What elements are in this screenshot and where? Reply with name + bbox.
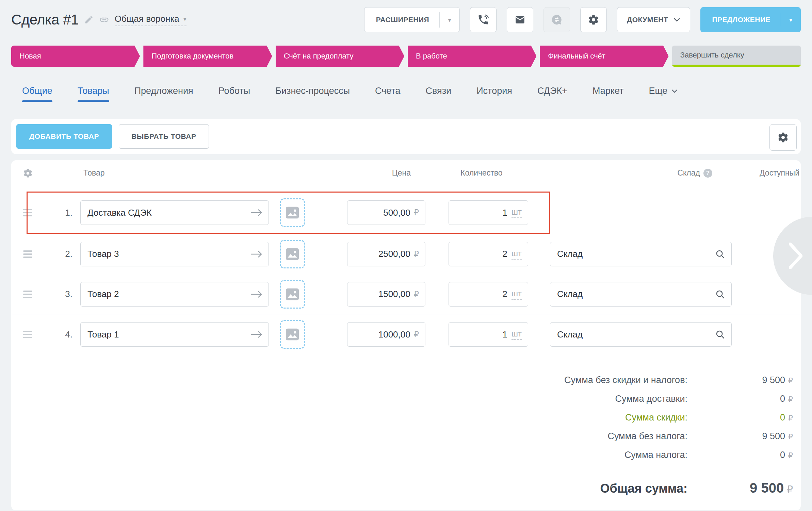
drag-handle-icon[interactable] [21,248,34,260]
settings-button[interactable] [580,7,607,32]
tab-history[interactable]: История [476,86,512,102]
table-settings-button[interactable] [769,124,797,151]
select-product-button[interactable]: ВЫБРАТЬ ТОВАР [119,124,209,149]
totals-section: Сумма без скидки и налогов: 9 500₽ Сумма… [11,371,801,496]
open-product-arrow-icon[interactable] [250,290,262,299]
product-image-placeholder[interactable] [280,320,305,349]
image-icon [285,288,299,301]
warehouse-input[interactable]: Склад [550,242,732,266]
email-button[interactable] [507,7,533,32]
funnel-selector[interactable]: Общая воронка ▾ [115,14,186,26]
tab-cdek[interactable]: СДЭК+ [537,86,567,102]
offer-dropdown-toggle[interactable]: ▾ [781,7,801,32]
search-icon[interactable] [715,249,725,259]
warehouse-value: Склад [557,329,583,340]
total-line: Сумма доставки: 0₽ [11,390,801,408]
price-input[interactable]: 1000,00 ₽ [347,322,425,347]
stage-new[interactable]: Новая [11,46,140,67]
price-input[interactable]: 2500,00 ₽ [347,242,425,266]
stage-close-deal[interactable]: Завершить сделку [672,46,801,67]
add-product-button[interactable]: ДОБАВИТЬ ТОВАР [16,124,112,149]
tab-label: СДЭК+ [537,86,567,96]
funnel-caret-icon: ▾ [183,15,186,22]
product-name-input[interactable]: Товар 2 [80,282,269,307]
deal-title-block: Сделка #1 Общая воронка ▾ [11,12,186,28]
unit-selector[interactable]: шт [511,249,522,260]
document-label: ДОКУМЕНТ [627,16,668,24]
products-table: Товар Цена Количество Склад ? Доступный … [11,160,801,510]
currency-symbol: ₽ [414,249,419,259]
search-icon[interactable] [715,329,725,340]
tab-label: Бизнес-процессы [275,86,350,96]
currency-symbol: ₽ [788,414,793,422]
tab-invoices[interactable]: Счета [375,86,400,102]
quantity-input[interactable]: 1 шт [449,322,528,347]
drag-handle-icon[interactable] [21,289,34,300]
row-number: 3. [44,289,73,299]
tab-general[interactable]: Общие [22,86,52,102]
tab-market[interactable]: Маркет [592,86,623,102]
price-input[interactable]: 1500,00 ₽ [347,282,425,307]
drag-handle-icon[interactable] [21,207,34,218]
quantity-input[interactable]: 2 шт [449,282,528,307]
tab-business-processes[interactable]: Бизнес-процессы [275,86,350,102]
open-product-arrow-icon[interactable] [250,250,262,259]
drag-handle-icon[interactable] [21,329,34,340]
search-icon[interactable] [715,289,725,299]
extensions-label[interactable]: РАСШИРЕНИЯ [364,7,440,32]
currency-symbol: ₽ [788,432,793,441]
tab-label: Общие [22,86,52,96]
row-cell-warehouse: Склад [529,242,733,266]
unit-selector[interactable]: шт [511,329,522,340]
gear-icon [23,168,33,178]
product-name-input[interactable]: Доставка СДЭК [80,200,269,225]
stage-docs[interactable]: Подготовка документов [143,46,272,67]
image-icon [285,328,299,341]
tab-robots[interactable]: Роботы [218,86,250,102]
product-name-input[interactable]: Товар 3 [80,242,269,266]
help-icon[interactable]: ? [703,169,712,178]
tab-relations[interactable]: Связи [426,86,452,102]
total-value: 0 [780,412,785,423]
offer-label[interactable]: ПРЕДЛОЖЕНИЕ [700,7,781,32]
tab-products[interactable]: Товары [78,86,109,102]
stage-in-progress[interactable]: В работе [408,46,536,67]
price-input[interactable]: 500,00 ₽ [347,200,425,225]
extensions-button[interactable]: РАСШИРЕНИЯ ▾ [364,7,460,32]
product-image-placeholder[interactable] [280,198,305,227]
warehouse-input[interactable]: Склад [550,322,732,347]
unit-selector[interactable]: шт [511,207,522,218]
stage-prepay-invoice[interactable]: Счёт на предоплату [276,46,404,67]
total-label: Сумма скидки: [625,412,687,423]
call-button[interactable] [470,7,497,32]
tab-label: Маркет [592,86,623,96]
unit-selector[interactable]: шт [511,289,522,300]
extensions-dropdown-toggle[interactable]: ▾ [440,7,459,32]
quantity-input[interactable]: 2 шт [449,242,528,266]
row-cell-price: 500,00 ₽ [314,200,426,225]
totals-divider [545,474,793,474]
product-image-placeholder[interactable] [280,280,305,309]
total-value: 0 [780,394,785,404]
product-image-placeholder[interactable] [280,240,305,268]
warehouse-input[interactable]: Склад [550,282,732,307]
open-product-arrow-icon[interactable] [250,330,262,339]
product-name-input[interactable]: Товар 1 [80,322,269,347]
deal-tabs: Общие Товары Предложения Роботы Бизнес-п… [0,86,812,102]
offer-button[interactable]: ПРЕДЛОЖЕНИЕ ▾ [700,7,801,32]
stage-final-invoice[interactable]: Финальный счёт [540,46,668,67]
tab-offers[interactable]: Предложения [134,86,193,102]
topbar: Сделка #1 Общая воронка ▾ РАСШИРЕНИЯ ▾ [0,6,812,33]
stage-label: Завершить сделку [680,51,744,60]
tab-more[interactable]: Еще [649,86,678,102]
warehouse-value: Склад [557,289,583,299]
columns-settings-button[interactable] [11,168,44,178]
open-product-arrow-icon[interactable] [250,208,262,217]
edit-title-icon[interactable] [84,15,94,24]
total-line-discount: Сумма скидки: 0₽ [11,408,801,427]
document-button[interactable]: ДОКУМЕНТ [617,7,690,32]
link-icon[interactable] [99,15,109,25]
openline-chat-button[interactable] [543,7,570,32]
quantity-input[interactable]: 1 шт [449,200,528,225]
grand-total-label: Общая сумма: [600,481,687,496]
